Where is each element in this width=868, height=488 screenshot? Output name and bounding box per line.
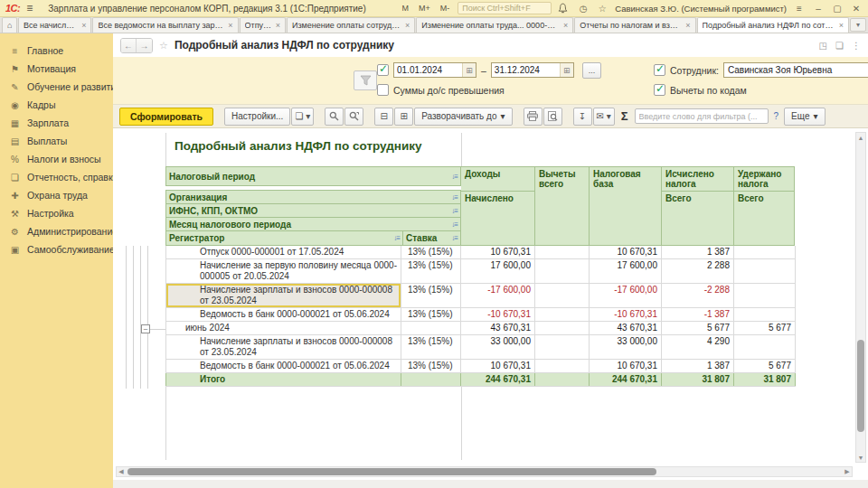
deduction-codes-checkbox[interactable] xyxy=(654,84,665,96)
sidebar-item-main[interactable]: ≡Главное xyxy=(0,42,113,60)
calendar-icon[interactable]: ⊞ xyxy=(462,63,476,77)
sort-icon[interactable]: ↓≡ xyxy=(451,193,458,202)
header-tax-period[interactable]: Налоговый период↓≡ xyxy=(165,166,461,186)
close-tab-icon[interactable]: × xyxy=(405,21,410,30)
find-button[interactable] xyxy=(325,108,344,126)
main-menu-icon[interactable]: ≡ xyxy=(26,2,33,14)
autosum-button[interactable]: Σ xyxy=(618,109,631,123)
global-search-input[interactable] xyxy=(458,2,552,14)
table-row[interactable]: Начисление за первую половину месяца 000… xyxy=(165,259,796,284)
close-window-button[interactable]: ✕ xyxy=(850,4,863,14)
header-organization[interactable]: Организация↓≡ xyxy=(165,190,461,203)
excess-sums-checkbox[interactable] xyxy=(377,84,389,96)
period-to-input[interactable] xyxy=(492,65,560,75)
sort-icon[interactable]: ↓≡ xyxy=(451,173,458,181)
service-menu-icon[interactable]: ≡ xyxy=(793,4,806,14)
scroll-left-icon[interactable]: ◀ xyxy=(117,467,126,476)
employee-checkbox[interactable] xyxy=(654,64,665,76)
tab-list-dropdown[interactable]: ▾ xyxy=(850,18,866,32)
zoom-normal-button[interactable]: M xyxy=(400,4,410,13)
header-registrar[interactable]: Регистратор↓≡ xyxy=(166,231,402,245)
header-income[interactable]: ДоходыНачислено xyxy=(461,166,535,246)
table-row[interactable]: Начисление зарплаты и взносов 0000-00000… xyxy=(165,335,796,360)
period-checkbox[interactable] xyxy=(377,64,389,76)
header-calculated-tax[interactable]: Исчислено налогаВсего xyxy=(662,166,734,246)
period-to-field[interactable]: ⊞ xyxy=(491,62,574,78)
current-user[interactable]: Савинская З.Ю. (Системный программист) xyxy=(615,4,787,14)
sidebar-item-labor-safety[interactable]: ✚Охрана труда xyxy=(0,186,113,204)
header-month[interactable]: Месяц налогового периода↓≡ xyxy=(165,217,461,230)
settings-button[interactable]: Настройки... xyxy=(224,108,290,126)
period-from-field[interactable]: ⊞ xyxy=(393,62,476,78)
close-tab-icon[interactable]: × xyxy=(276,21,280,30)
sidebar-item-self-service[interactable]: ▣Самообслуживание xyxy=(0,240,113,258)
expand-groups-button[interactable]: ⊞ xyxy=(394,108,413,126)
collapse-group-icon[interactable]: – xyxy=(141,324,150,333)
employee-combo[interactable]: Савинская Зоя Юрьевна ▾ xyxy=(723,62,868,78)
expand-to-button[interactable]: Разворачивать до▾ xyxy=(414,108,512,126)
vertical-scrollbar[interactable]: ▲ ▼ xyxy=(855,132,866,463)
scroll-right-icon[interactable]: ▶ xyxy=(843,467,852,476)
table-row[interactable]: Ведомость в банк 0000-000021 от 05.06.20… xyxy=(165,360,796,373)
minimize-button[interactable]: – xyxy=(812,4,825,14)
sort-icon[interactable]: ↓≡ xyxy=(451,221,458,229)
tab-all-accruals[interactable]: Все начисления× xyxy=(18,17,92,33)
period-from-input[interactable] xyxy=(394,65,462,75)
close-tab-icon[interactable]: × xyxy=(81,21,86,30)
calendar-icon[interactable]: ⊞ xyxy=(560,63,573,77)
tab-pay-change-list[interactable]: Изменение оплаты сотрудников× xyxy=(287,17,415,33)
history-icon[interactable]: ◷ xyxy=(577,4,590,14)
save-report-button[interactable]: ↧ xyxy=(573,108,592,126)
sort-icon[interactable]: ↓≡ xyxy=(451,207,458,215)
header-tax-base[interactable]: Налоговая база xyxy=(590,166,662,246)
collapse-groups-button[interactable]: ⊟ xyxy=(374,108,393,126)
sidebar-item-payments[interactable]: ▤Выплаты xyxy=(0,132,113,150)
table-total-row[interactable]: Итого 244 670,31 244 670,31 31 807 31 80… xyxy=(165,373,796,387)
find-next-button[interactable] xyxy=(344,108,363,126)
back-button[interactable]: ← xyxy=(121,39,137,52)
table-row-selected[interactable]: Начисление зарплаты и взносов 0000-00000… xyxy=(165,284,796,308)
sidebar-item-setup[interactable]: ⚒Настройка xyxy=(0,204,113,222)
tab-pay-sheets[interactable]: Все ведомости на выплату зарплаты× xyxy=(92,17,238,33)
close-tab-icon[interactable]: × xyxy=(563,21,568,30)
sort-icon[interactable]: ↓≡ xyxy=(451,234,458,242)
sidebar-item-training[interactable]: ✎Обучение и развитие xyxy=(0,78,113,96)
sidebar-item-staff[interactable]: ◉Кадры xyxy=(0,96,113,114)
close-tab-icon[interactable]: × xyxy=(685,21,690,30)
zoom-out-button[interactable]: M- xyxy=(439,4,452,13)
scroll-down-icon[interactable]: ▼ xyxy=(856,453,865,462)
sidebar-item-taxes[interactable]: %Налоги и взносы xyxy=(0,150,113,168)
header-ifns[interactable]: ИФНС, КПП, ОКТМО↓≡ xyxy=(165,203,461,217)
favorite-star-icon[interactable]: ☆ xyxy=(159,40,168,52)
window-icon[interactable]: ❏ xyxy=(835,41,844,51)
header-rate[interactable]: Ставка↓≡ xyxy=(402,231,460,245)
help-button[interactable]: ? xyxy=(772,111,781,121)
period-options-button[interactable]: ... xyxy=(582,62,602,79)
table-filter-input[interactable] xyxy=(635,108,769,124)
horizontal-scrollbar[interactable]: ◀ ▶ xyxy=(116,466,853,477)
vertical-scroll-thumb[interactable] xyxy=(857,340,864,432)
forward-button[interactable]: → xyxy=(137,39,152,52)
print-preview-button[interactable] xyxy=(543,108,562,126)
tab-pay-change-doc[interactable]: Изменение оплаты труда... 0000-000001× xyxy=(416,17,573,33)
send-mail-button[interactable]: ✉ ▾ xyxy=(593,108,615,126)
close-tab-icon[interactable]: × xyxy=(228,21,232,30)
scroll-up-icon[interactable]: ▲ xyxy=(856,133,865,142)
more-button[interactable]: Еще▾ xyxy=(784,108,825,126)
tab-ndfl-analysis[interactable]: Подробный анализ НДФЛ по сотрудн...× xyxy=(697,17,849,33)
generate-button[interactable]: Сформировать xyxy=(119,108,213,126)
sidebar-item-salary[interactable]: ▦Зарплата xyxy=(0,114,113,132)
horizontal-scroll-thumb[interactable] xyxy=(127,468,656,475)
sidebar-item-motivation[interactable]: ⚑Мотивация xyxy=(0,60,113,78)
filter-settings-button[interactable] xyxy=(354,70,377,90)
close-tab-icon[interactable]: × xyxy=(839,21,844,30)
tab-tax-reports[interactable]: Отчеты по налогам и взносам× xyxy=(574,17,695,33)
table-row[interactable]: Ведомость в банк 0000-000021 от 05.06.20… xyxy=(165,308,796,322)
sidebar-item-reporting[interactable]: ❏Отчетность, справки xyxy=(0,168,113,186)
print-button[interactable] xyxy=(524,108,542,126)
table-row[interactable]: Отпуск 0000-000001 от 17.05.2024 13% (15… xyxy=(165,246,796,259)
notifications-bell-icon[interactable] xyxy=(558,3,571,14)
header-withheld-tax[interactable]: Удержано налогаВсего xyxy=(734,166,795,246)
tab-home[interactable]: ⌂ xyxy=(2,17,17,33)
table-group-row[interactable]: июнь 2024 43 670,31 43 670,31 5 677 5 67… xyxy=(165,322,796,335)
